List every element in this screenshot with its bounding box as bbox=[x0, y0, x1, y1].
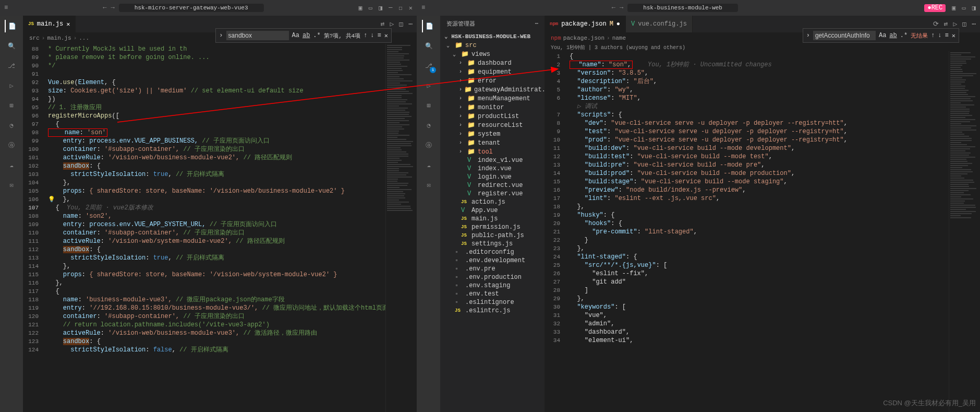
tree-item-settings.js[interactable]: JSsettings.js bbox=[440, 240, 545, 248]
tree-item-.env.test[interactable]: ▫.env.test bbox=[440, 290, 545, 298]
panel-icon[interactable]: ▭ bbox=[369, 4, 372, 12]
tree-item-public-path.js[interactable]: JSpublic-path.js bbox=[440, 231, 545, 240]
code-line[interactable]: "dev": "vue-cli-service serve -u deploye… bbox=[565, 119, 949, 127]
back-icon[interactable]: ← bbox=[612, 4, 615, 11]
code-line[interactable]: "build:prod": "vue-cli-service build --m… bbox=[565, 169, 949, 178]
back-icon[interactable]: ← bbox=[103, 4, 106, 11]
tree-item-views[interactable]: ⌄📁views bbox=[440, 50, 545, 58]
next-icon[interactable]: ↓ bbox=[938, 32, 941, 39]
code-line[interactable]: sandbox: { bbox=[44, 337, 385, 346]
tree-item-productList[interactable]: ›📁productList bbox=[440, 112, 545, 121]
codelens[interactable]: You, 1秒钟前 | 3 authors (wuyong and others… bbox=[545, 44, 980, 51]
scm-icon[interactable]: ⎇ bbox=[5, 60, 18, 72]
close-find-icon[interactable]: ✕ bbox=[384, 32, 388, 40]
code-line[interactable]: "build:pre": "vue-cli-service build --mo… bbox=[565, 161, 949, 169]
tree-item-redirect.vue[interactable]: Vredirect.vue bbox=[440, 181, 545, 190]
tree-item-register.vue[interactable]: Vregister.vue bbox=[440, 190, 545, 198]
forward-icon[interactable]: → bbox=[111, 4, 114, 11]
code-line[interactable]: * please remove it before going online. … bbox=[44, 53, 385, 62]
code-line[interactable]: // return location.pathname.includes('/v… bbox=[44, 321, 385, 329]
tree-item-.env.development[interactable]: ▫.env.development bbox=[440, 256, 545, 265]
regex-icon[interactable]: .* bbox=[900, 32, 908, 39]
command-center[interactable]: hsk-micro-server-gateway-web-vue3 bbox=[119, 4, 264, 12]
tab-main.js[interactable]: JSmain.js✕ bbox=[23, 16, 76, 32]
code-line[interactable]: container: '#subapp-container', // 子应用渲染… bbox=[44, 312, 385, 321]
code-line[interactable]: { bbox=[44, 120, 385, 128]
code-line[interactable]: Vue.use(Element, { bbox=[44, 78, 385, 87]
code-line[interactable]: "build:test": "vue-cli-service build --m… bbox=[565, 152, 949, 161]
case-icon[interactable]: Aa bbox=[292, 32, 299, 39]
debug-icon[interactable]: ▷ bbox=[422, 79, 435, 92]
code-line[interactable]: ] bbox=[565, 286, 949, 295]
code-line[interactable]: sandbox: { bbox=[44, 162, 385, 170]
minimize-icon[interactable]: — bbox=[389, 4, 392, 12]
code-line[interactable]: "hooks": { bbox=[565, 219, 949, 228]
maximize-icon[interactable]: ☐ bbox=[399, 4, 403, 12]
tree-item-monitor[interactable]: ›📁monitor bbox=[440, 103, 545, 112]
code-line[interactable]: sandbox: { bbox=[44, 245, 385, 254]
aws-icon[interactable]: ⓐ bbox=[5, 139, 18, 151]
breadcrumb-item[interactable]: name bbox=[612, 35, 626, 41]
debug-icon[interactable]: ▷ bbox=[5, 79, 18, 92]
tab-vue.config.js[interactable]: Vvue.config.js bbox=[626, 16, 693, 32]
search-icon[interactable]: 🔍 bbox=[5, 40, 18, 52]
cloud-icon[interactable]: ☁ bbox=[5, 159, 18, 171]
report-icon[interactable]: ✉ bbox=[5, 179, 18, 191]
search-icon[interactable]: 🔍 bbox=[422, 40, 435, 52]
breadcrumb-item[interactable]: src bbox=[29, 35, 40, 41]
code-line[interactable]: "keywords": [ bbox=[565, 303, 949, 311]
timeline-icon[interactable]: ⟳ bbox=[933, 20, 939, 28]
aws-icon[interactable]: ⓐ bbox=[422, 139, 435, 151]
code-line[interactable]: name: 'son' bbox=[44, 128, 385, 137]
menu-icon[interactable]: ≡ bbox=[421, 4, 425, 11]
find-input[interactable] bbox=[226, 31, 289, 40]
tree-item-index.vue[interactable]: Vindex.vue bbox=[440, 164, 545, 173]
code-line[interactable]: entry: '//192.168.80.15:8010/business-mo… bbox=[44, 304, 385, 312]
compare-icon[interactable]: ⇄ bbox=[944, 20, 948, 28]
chevron-down-icon[interactable]: ⌄ bbox=[444, 33, 448, 40]
close-tab-icon[interactable]: ✕ bbox=[66, 20, 70, 28]
tree-item-menuManagement[interactable]: ›📁menuManagement bbox=[440, 94, 545, 103]
menu-icon[interactable]: ≡ bbox=[4, 4, 8, 11]
code-line[interactable]: "src/**/*.{js,vue}": [ bbox=[565, 261, 949, 269]
tree-item-error[interactable]: ›📁error bbox=[440, 76, 545, 85]
breadcrumb-item[interactable]: main.js bbox=[47, 35, 71, 41]
code-line[interactable]: } bbox=[565, 236, 949, 244]
find-widget-right[interactable]: › Aa ab .* 无结果 ↑ ↓ ≡ ✕ bbox=[803, 28, 959, 43]
code-line[interactable]: }, bbox=[44, 262, 385, 270]
expand-icon[interactable]: › bbox=[219, 32, 223, 39]
code-line[interactable]: "prod": "vue-cli-service serve -u deploy… bbox=[565, 136, 949, 144]
code-line[interactable]: name: 'son2', bbox=[44, 212, 385, 220]
code-line[interactable]: // 1. 注册微应用 bbox=[44, 103, 385, 112]
code-line[interactable]: "lint": "eslint --ext .js,.vue src", bbox=[565, 194, 949, 203]
code-line[interactable]: }, bbox=[565, 203, 949, 211]
word-icon[interactable]: ab bbox=[889, 32, 897, 39]
code-line[interactable]: { bbox=[565, 52, 949, 61]
code-line[interactable]: * Currently MockJs will be used in th bbox=[44, 45, 385, 53]
more-icon[interactable]: ⋯ bbox=[535, 20, 538, 28]
tree-item-App.vue[interactable]: VApp.vue bbox=[440, 206, 545, 215]
code-line[interactable]: "license": "MIT", bbox=[565, 94, 949, 102]
filter-icon[interactable]: ≡ bbox=[945, 32, 949, 39]
code-line[interactable]: "lint-staged": { bbox=[565, 253, 949, 261]
code-line[interactable]: "vue", bbox=[565, 311, 949, 320]
code-line[interactable]: { bbox=[44, 287, 385, 296]
tree-item-.env.production[interactable]: ▫.env.production bbox=[440, 273, 545, 281]
tree-item-permission.js[interactable]: JSpermission.js bbox=[440, 223, 545, 231]
case-icon[interactable]: Aa bbox=[879, 32, 886, 39]
prev-icon[interactable]: ↑ bbox=[931, 32, 935, 39]
more-icon[interactable]: ⋯ bbox=[972, 20, 976, 28]
sidebar-toggle-icon[interactable]: ◨ bbox=[379, 4, 382, 12]
close-icon[interactable]: ✕ bbox=[409, 4, 413, 12]
timeline-icon[interactable]: ◔ bbox=[422, 119, 435, 132]
tree-item-resourceList[interactable]: ›📁resourceList bbox=[440, 121, 545, 130]
explorer-icon[interactable]: 📄 bbox=[5, 20, 17, 32]
tree-item-src[interactable]: ⌄📁src bbox=[440, 41, 545, 50]
code-line[interactable]: "scripts": { bbox=[565, 111, 949, 119]
code-line[interactable]: 💡 }, bbox=[44, 195, 385, 204]
tree-item-.eslintignore[interactable]: ▫.eslintignore bbox=[440, 298, 545, 307]
code-line[interactable]: strictStyleIsolation: false, // 开启样式隔离 bbox=[44, 346, 385, 354]
tab-package.json[interactable]: npmpackage.jsonM● bbox=[545, 16, 626, 32]
code-line[interactable]: activeRule: '/vision-web/business-module… bbox=[44, 154, 385, 162]
code-line[interactable]: activeRule: '/vision-web/system-module-v… bbox=[44, 237, 385, 245]
